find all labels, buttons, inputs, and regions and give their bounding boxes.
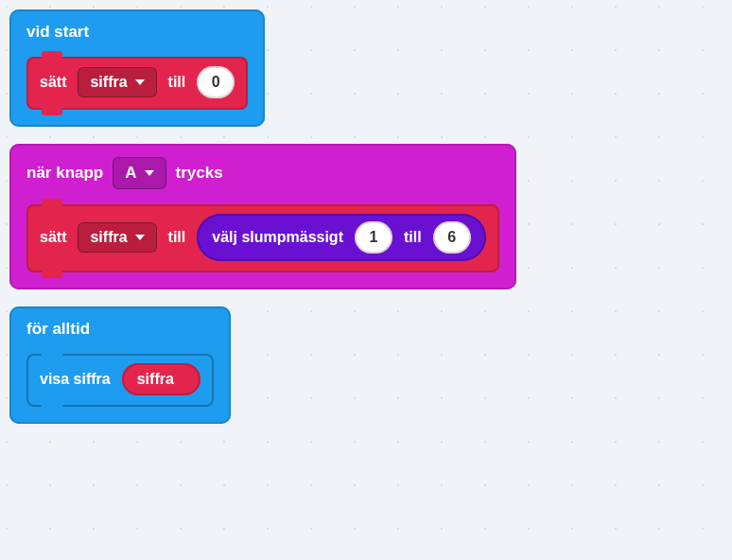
to-label: till <box>168 74 186 91</box>
chevron-down-icon <box>135 235 145 240</box>
forever-block[interactable]: för alltid visa siffra siffra <box>9 306 231 424</box>
on-start-title: vid start <box>26 23 89 42</box>
on-button-pressed-block[interactable]: när knapp A trycks sätt siffra till välj… <box>9 144 516 289</box>
variable-dropdown[interactable]: siffra <box>78 67 156 97</box>
random-to-input[interactable]: 6 <box>433 221 471 254</box>
variable-reporter[interactable]: siffra <box>122 363 200 395</box>
when-button-prefix: när knapp <box>26 164 103 183</box>
variable-name: siffra <box>137 371 174 388</box>
show-number-label: visa siffra <box>40 371 111 388</box>
variable-name: siffra <box>90 229 127 246</box>
show-number-block[interactable]: visa siffra siffra <box>26 354 214 407</box>
set-label: sätt <box>40 74 66 91</box>
pick-random-block[interactable]: välj slumpmässigt 1 till 6 <box>197 214 485 261</box>
on-start-block[interactable]: vid start sätt siffra till 0 <box>9 9 265 127</box>
random-from-input[interactable]: 1 <box>355 221 392 254</box>
forever-title: för alltid <box>26 320 90 339</box>
chevron-down-icon <box>145 170 154 176</box>
set-variable-block[interactable]: sätt siffra till 0 <box>26 57 248 110</box>
variable-dropdown[interactable]: siffra <box>78 222 156 253</box>
number-input[interactable]: 0 <box>197 66 235 98</box>
pick-random-label: välj slumpmässigt <box>212 229 343 246</box>
set-variable-block[interactable]: sätt siffra till välj slumpmässigt 1 til… <box>26 204 499 272</box>
button-dropdown[interactable]: A <box>113 157 166 189</box>
chevron-down-icon <box>135 79 145 85</box>
variable-name: siffra <box>90 74 127 91</box>
set-label: sätt <box>40 229 66 246</box>
when-button-suffix: trycks <box>176 164 223 183</box>
random-to-label: till <box>404 229 422 246</box>
button-name: A <box>125 164 136 183</box>
to-label: till <box>168 229 186 246</box>
